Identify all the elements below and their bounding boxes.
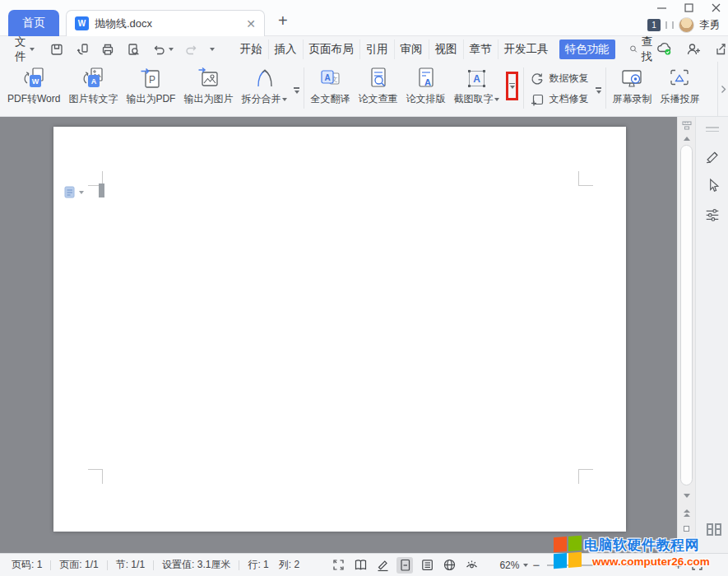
share-export-icon[interactable] bbox=[713, 42, 727, 56]
data-recovery-button[interactable]: 数据恢复 bbox=[531, 72, 588, 86]
doc-repair-button[interactable]: 文档修复 bbox=[531, 92, 588, 106]
save-icon[interactable] bbox=[49, 42, 64, 57]
vertical-scrollbar[interactable] bbox=[677, 117, 695, 553]
group-expand-button[interactable] bbox=[593, 87, 604, 94]
tab-view[interactable]: 视图 bbox=[429, 39, 463, 59]
tab-page-layout[interactable]: 页面布局 bbox=[303, 39, 359, 59]
ruler-toggle-icon[interactable] bbox=[682, 121, 692, 130]
paragraph-layout-control[interactable] bbox=[64, 186, 84, 199]
ribbon-tabs: 开始 插入 页面布局 引用 审阅 视图 章节 开发工具 特色功能 bbox=[234, 39, 615, 59]
select-cursor-icon[interactable] bbox=[704, 177, 721, 193]
previous-page-icon[interactable] bbox=[684, 509, 690, 518]
user-avatar[interactable] bbox=[679, 17, 694, 33]
tab-section[interactable]: 章节 bbox=[463, 39, 498, 59]
data-recovery-icon bbox=[531, 72, 544, 86]
fullscreen-view-button[interactable] bbox=[330, 557, 346, 574]
divider bbox=[605, 67, 606, 109]
close-window-icon[interactable] bbox=[711, 2, 721, 13]
message-count-badge[interactable]: 1 bbox=[647, 19, 661, 31]
document-page[interactable] bbox=[53, 127, 626, 532]
screenshot-ocr-button[interactable]: A 截图取字 bbox=[449, 66, 503, 116]
status-section[interactable]: 节: 1/1 bbox=[111, 558, 150, 572]
ribbon-scroll-right-button[interactable] bbox=[717, 62, 728, 116]
tab-dev-tools[interactable]: 开发工具 bbox=[498, 39, 554, 59]
screen-record-icon bbox=[619, 66, 644, 91]
eye-protect-button[interactable] bbox=[463, 557, 480, 574]
search-control[interactable]: 查找 bbox=[629, 35, 657, 64]
user-name[interactable]: 李勇 bbox=[699, 18, 720, 32]
ribbon-item-label: 乐播投屏 bbox=[660, 92, 699, 106]
image-to-text-button[interactable]: A 图片转文字 bbox=[64, 66, 122, 116]
status-column[interactable]: 列: 2 bbox=[274, 558, 304, 572]
svg-text:A: A bbox=[325, 73, 331, 82]
scroll-up-icon[interactable] bbox=[684, 137, 690, 141]
ribbon-item-label: 图片转文字 bbox=[68, 92, 118, 106]
paper-check-button[interactable]: 论文查重 bbox=[354, 66, 401, 116]
read-mode-button[interactable] bbox=[352, 557, 369, 574]
annotate-pen-icon[interactable] bbox=[704, 147, 721, 164]
page-view-button[interactable] bbox=[396, 557, 413, 574]
maximize-icon[interactable] bbox=[684, 2, 694, 13]
tab-insert[interactable]: 插入 bbox=[268, 39, 303, 59]
export-as-pdf-button[interactable]: P 输出为PDF bbox=[122, 66, 179, 116]
paper-typeset-button[interactable]: A 论文排版 bbox=[401, 66, 449, 116]
svg-text:A: A bbox=[424, 77, 431, 87]
scroll-down-icon[interactable] bbox=[684, 494, 690, 498]
export-pdf-icon[interactable] bbox=[75, 42, 90, 57]
tab-home[interactable]: 开始 bbox=[234, 39, 268, 59]
undo-icon[interactable] bbox=[151, 42, 166, 57]
settings-sliders-icon[interactable] bbox=[704, 207, 721, 223]
divider bbox=[50, 560, 51, 570]
status-line[interactable]: 行: 1 bbox=[243, 558, 273, 572]
document-tab[interactable]: W 抛物线.docx ✕ bbox=[66, 10, 265, 36]
undo-group bbox=[151, 42, 174, 57]
export-pdf-icon: P bbox=[138, 66, 163, 91]
file-menu[interactable]: 文件 bbox=[15, 35, 26, 64]
print-icon[interactable] bbox=[100, 42, 115, 57]
home-tab[interactable]: 首页 bbox=[8, 10, 59, 36]
export-as-image-button[interactable]: 输出为图片 bbox=[179, 66, 237, 116]
file-menu-caret-icon[interactable] bbox=[30, 48, 35, 51]
zoom-level[interactable]: 62% bbox=[499, 560, 519, 571]
cast-screen-button[interactable]: 乐播投屏 bbox=[656, 66, 703, 116]
divider bbox=[672, 21, 674, 29]
screenshot-ocr-icon: A bbox=[464, 66, 489, 91]
paper-check-icon bbox=[365, 66, 390, 91]
status-setting-value[interactable]: 设置值: 3.1厘米 bbox=[157, 558, 235, 572]
status-page-number[interactable]: 页码: 1 bbox=[7, 558, 47, 572]
cloud-sync-icon[interactable] bbox=[656, 42, 674, 56]
undo-caret-icon[interactable] bbox=[169, 48, 174, 51]
share-with-user-icon[interactable] bbox=[686, 42, 701, 56]
print-preview-icon[interactable] bbox=[126, 42, 141, 57]
ribbon-item-label: 拆分合并 bbox=[241, 92, 287, 106]
tab-references[interactable]: 引用 bbox=[359, 39, 394, 59]
tab-review[interactable]: 审阅 bbox=[394, 39, 429, 59]
split-merge-button[interactable]: 拆分合并 bbox=[237, 66, 291, 116]
ribbon-item-label: 全文翻译 bbox=[310, 92, 350, 106]
full-text-translate-button[interactable]: 文 A 全文翻译 bbox=[306, 66, 354, 116]
panel-drag-handle[interactable] bbox=[706, 124, 719, 134]
group-expand-button[interactable] bbox=[509, 83, 515, 90]
tab-special-features[interactable]: 特色功能 bbox=[559, 39, 615, 59]
group-expand-button[interactable] bbox=[291, 87, 302, 94]
pdf-to-word-button[interactable]: W PDF转Word bbox=[3, 66, 64, 116]
view-mode-buttons bbox=[330, 557, 480, 574]
customize-quickbar-caret-icon[interactable] bbox=[210, 48, 215, 51]
status-page-count[interactable]: 页面: 1/1 bbox=[54, 558, 103, 572]
scrollbar-thumb[interactable] bbox=[680, 145, 693, 485]
ink-mode-button[interactable] bbox=[374, 557, 391, 574]
minimize-icon[interactable] bbox=[656, 2, 667, 13]
web-view-button[interactable] bbox=[441, 557, 457, 574]
watermark-site-url: www.computer26.com bbox=[584, 555, 710, 568]
outline-view-button[interactable] bbox=[419, 557, 435, 574]
ribbon-item-label: 输出为PDF bbox=[126, 92, 175, 106]
new-tab-button[interactable]: + bbox=[278, 12, 288, 29]
redo-icon[interactable] bbox=[184, 42, 199, 57]
ribbon-item-label: 数据恢复 bbox=[549, 72, 588, 86]
right-tool-panel bbox=[695, 117, 728, 553]
text-cursor bbox=[99, 183, 104, 197]
ribbon-item-label: 屏幕录制 bbox=[612, 92, 651, 106]
screen-record-button[interactable]: 屏幕录制 bbox=[608, 66, 656, 116]
close-tab-icon[interactable]: ✕ bbox=[246, 18, 256, 30]
site-watermark: 电脑软硬件教程网 www.computer26.com bbox=[527, 529, 728, 574]
